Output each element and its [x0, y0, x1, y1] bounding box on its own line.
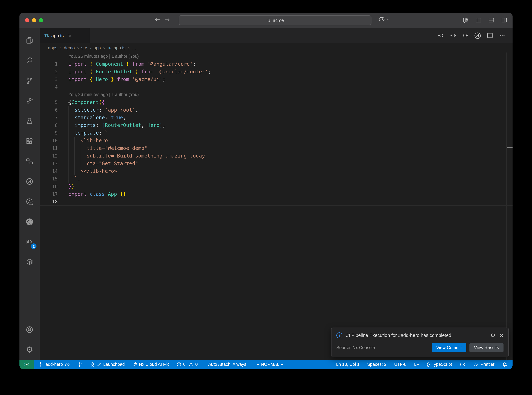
line-number: 8 [40, 121, 58, 129]
indent-guide [81, 159, 81, 167]
history-forward-icon[interactable]: → [165, 16, 170, 23]
accounts-button[interactable] [19, 319, 40, 340]
more-actions-icon[interactable] [499, 32, 505, 39]
view-results-button[interactable]: View Results [469, 343, 504, 352]
notification-settings-icon[interactable]: ⚙ [490, 333, 495, 338]
sidebar-item-search[interactable] [19, 50, 40, 71]
sidebar-item-source-control[interactable] [19, 71, 40, 91]
sidebar-item-extensions[interactable] [19, 131, 40, 151]
toggle-secondary-sidebar-icon[interactable] [501, 17, 508, 24]
line-number: 1 [40, 60, 58, 68]
scrollbar-handle[interactable] [507, 148, 513, 148]
breadcrumb-item[interactable]: apps [48, 45, 57, 50]
code-line[interactable]: 12 subtitle="Build something amazing tod… [40, 152, 513, 159]
remote-indicator[interactable]: >< [19, 360, 34, 369]
indent-guide [69, 121, 69, 129]
customize-layout-icon[interactable] [462, 17, 469, 24]
copilot-status[interactable] [457, 360, 468, 369]
extensions-icon [25, 137, 34, 145]
sidebar-item-project-graph[interactable] [19, 171, 40, 192]
notification-title: CI Pipeline Execution for #add-hero has … [345, 333, 487, 338]
indent-guide [69, 144, 69, 152]
tab-app-ts[interactable]: TS app.ts [40, 28, 90, 43]
edge-browser-icon [25, 217, 34, 226]
code-line[interactable]: 9 template: ` [40, 129, 513, 137]
nx-cloud-fix-status[interactable]: Nx Cloud AI Fix [130, 360, 171, 369]
sidebar-item-edge-browser[interactable] [19, 212, 40, 232]
code-line[interactable]: 18 [40, 198, 513, 205]
breadcrumb-item[interactable]: app [93, 45, 101, 50]
vim-mode-status[interactable]: -- NORMAL -- [254, 360, 286, 369]
code-line[interactable]: 10 <lib-hero [40, 137, 513, 144]
project-graph-search-icon [25, 198, 34, 206]
command-center-search[interactable]: acme [179, 15, 371, 25]
error-count: 0 [183, 362, 186, 367]
toggle-primary-sidebar-icon[interactable] [475, 17, 482, 24]
sidebar-item-workflow[interactable] [19, 151, 40, 171]
view-commit-button[interactable]: View Commit [432, 343, 466, 352]
code-line[interactable]: 16}) [40, 182, 513, 190]
language-mode-status[interactable]: {} TypeScript [425, 360, 455, 369]
code-line[interactable]: 4 [40, 83, 513, 91]
breadcrumb-item[interactable]: src [81, 45, 87, 50]
encoding-status[interactable]: UTF-8 [392, 360, 409, 369]
toggle-panel-icon[interactable] [488, 17, 495, 24]
double-check-icon: ✓✓ [473, 362, 478, 367]
indentation-status[interactable]: Spaces: 2 [365, 360, 389, 369]
branch-name: add-hero [46, 362, 63, 367]
code-line[interactable]: 8 imports: [RouterOutlet, Hero], [40, 121, 513, 129]
commit-graph-icon[interactable] [474, 32, 481, 39]
indent-guide [69, 159, 69, 167]
sidebar-item-project-graph-search[interactable] [19, 192, 40, 212]
nav-back-circle-icon[interactable] [437, 32, 444, 39]
split-editor-icon[interactable] [486, 32, 494, 39]
code-line[interactable]: 6 selector: 'app-root', [40, 106, 513, 114]
sidebar-item-run-debug[interactable] [19, 91, 40, 111]
close-window-button[interactable] [25, 18, 29, 22]
code-line[interactable]: 7 standalone: true, [40, 114, 513, 121]
breadcrumb-item[interactable]: demo [64, 45, 75, 50]
sidebar-item-testing[interactable] [19, 111, 40, 131]
eol-status[interactable]: LF [412, 360, 421, 369]
git-branch-icon [39, 362, 44, 367]
launchpad-label: Launchpad [103, 362, 125, 367]
code-line[interactable]: 17export class App {} [40, 190, 513, 198]
notification-close-icon[interactable] [499, 333, 504, 337]
copilot-menu[interactable] [378, 16, 389, 22]
breadcrumb-item[interactable]: … [132, 45, 136, 50]
launchpad-status[interactable]: Launchpad [88, 360, 127, 369]
close-tab-icon[interactable] [68, 33, 72, 37]
auto-attach-status[interactable]: Auto Attach: Always [206, 360, 249, 369]
git-branch-status[interactable]: add-hero [37, 360, 72, 369]
zoom-window-button[interactable] [39, 18, 43, 22]
mini-branch-icon [97, 362, 102, 367]
beaker-icon [25, 117, 34, 125]
code-line[interactable]: 15 `, [40, 175, 513, 182]
problems-status[interactable]: 0 0 [174, 360, 200, 369]
indent-guide [69, 114, 69, 121]
code-line[interactable]: 1import { Component } from '@angular/cor… [40, 60, 513, 68]
code-line[interactable]: 2import { RouterOutlet } from '@angular/… [40, 68, 513, 76]
code-line[interactable]: 5@Component({ [40, 99, 513, 106]
nav-forward-circle-icon[interactable] [462, 32, 469, 39]
code-line[interactable]: 11 title="Welcmoe demo" [40, 144, 513, 152]
code-line[interactable]: 3import { Hero } from '@acme/ui'; [40, 76, 513, 83]
nav-current-circle-icon[interactable] [450, 32, 457, 39]
sidebar-item-nx-console[interactable]: N 2 [19, 232, 40, 252]
code-line[interactable]: 14 ></lib-hero> [40, 167, 513, 175]
line-number: 2 [40, 68, 58, 76]
commit-graph-status[interactable] [75, 360, 85, 369]
history-back-icon[interactable]: ← [155, 16, 160, 23]
sidebar-item-explorer[interactable] [19, 30, 40, 50]
code-line[interactable]: 13 cta="Get Started" [40, 159, 513, 167]
cursor-position-status[interactable]: Ln 18, Col 1 [334, 360, 362, 369]
sidebar-item-containers[interactable] [19, 252, 40, 272]
search-icon [25, 56, 34, 65]
code-editor[interactable]: You, 26 minutes ago | 1 author (You)1imp… [40, 53, 513, 360]
notification-source: Source: Nx Console [336, 345, 429, 350]
notifications-bell[interactable] [500, 360, 510, 369]
minimize-window-button[interactable] [32, 18, 36, 22]
prettier-status[interactable]: ✓✓ Prettier [471, 360, 497, 369]
settings-button[interactable]: ⚙ [19, 340, 40, 360]
breadcrumb-item[interactable]: app.ts [114, 45, 125, 50]
